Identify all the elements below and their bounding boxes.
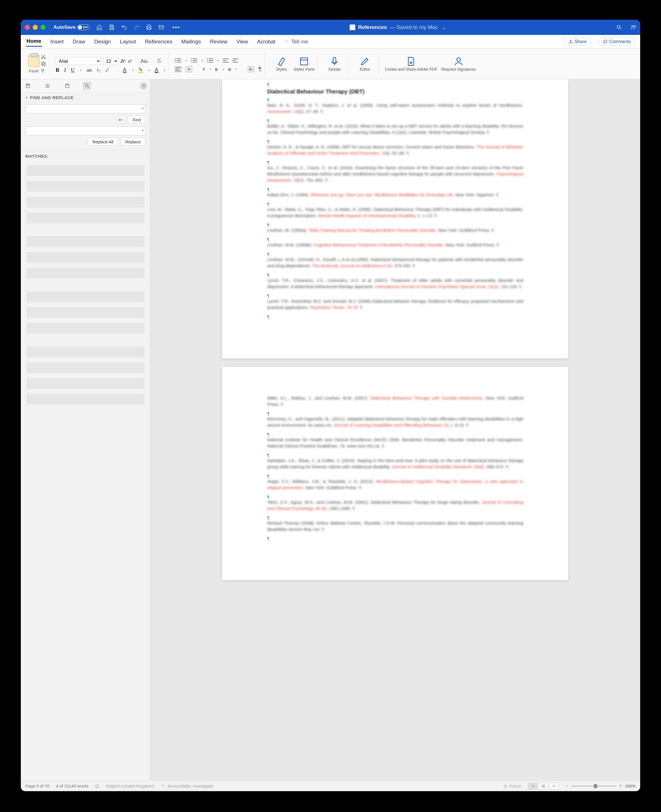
tab-design[interactable]: Design bbox=[94, 37, 112, 46]
find-input[interactable]: ▾ bbox=[26, 104, 145, 113]
find-and-replace-header[interactable]: ▼ FIND AND REPLACE bbox=[21, 92, 150, 103]
close-window-button[interactable] bbox=[25, 25, 30, 30]
styles-pane-button[interactable]: Styles Pane bbox=[294, 56, 315, 72]
find-tab-icon[interactable] bbox=[83, 82, 91, 90]
styles-button[interactable]: Styles bbox=[271, 56, 292, 72]
print-icon[interactable] bbox=[146, 24, 152, 30]
minimize-window-button[interactable] bbox=[33, 25, 38, 30]
replace-input[interactable]: ▾ bbox=[26, 126, 145, 136]
zoom-window-button[interactable] bbox=[40, 25, 46, 30]
tab-mailings[interactable]: Mailings bbox=[181, 37, 201, 46]
reference-entry[interactable]: Linehan, M.M. (1993b). Cognitive-Behavio… bbox=[267, 242, 523, 248]
subscript-button[interactable]: x2 bbox=[97, 67, 101, 73]
word-count[interactable]: 4 of 22149 words bbox=[56, 783, 88, 788]
underline-button[interactable]: U bbox=[71, 67, 75, 73]
superscript-button[interactable]: x2 bbox=[105, 68, 109, 73]
create-share-pdf-button[interactable]: Create and Share Adobe PDF bbox=[385, 56, 437, 72]
autosave-toggle[interactable]: AutoSave OFF bbox=[53, 24, 89, 30]
reference-entry[interactable]: Baillie, A., Slater, S., Millington, R. … bbox=[267, 123, 523, 136]
font-size-select[interactable]: 12 bbox=[103, 57, 118, 65]
reference-entry[interactable]: Baer, R. A., Smith, G. T., Hopkins, J. e… bbox=[267, 102, 523, 115]
document-title[interactable]: References — Saved to my Mac ⌄ bbox=[183, 24, 613, 31]
decrease-indent-icon[interactable] bbox=[223, 58, 228, 63]
tab-layout[interactable]: Layout bbox=[119, 37, 137, 46]
reference-entry[interactable]: Kabat-Zinn, J. (1994). Wherever you go, … bbox=[267, 192, 523, 198]
paste-icon[interactable] bbox=[28, 54, 40, 67]
autosave-switch[interactable]: OFF bbox=[77, 24, 89, 30]
reference-entry[interactable]: Lynch, T.R., Cheavens, J.S., Cukrowicz, … bbox=[267, 277, 523, 290]
tab-acrobat[interactable]: Acrobat bbox=[257, 37, 276, 46]
tell-me-search[interactable]: Tell me bbox=[284, 38, 308, 45]
list-item[interactable] bbox=[26, 252, 144, 263]
clear-formatting-icon[interactable] bbox=[156, 58, 161, 64]
bullets-icon[interactable] bbox=[175, 58, 181, 63]
outline-view-icon[interactable]: ≡ bbox=[549, 783, 559, 790]
borders-icon[interactable]: ▦ bbox=[228, 67, 231, 71]
tab-draw[interactable]: Draw bbox=[72, 37, 86, 46]
text-effects-icon[interactable]: A bbox=[123, 68, 126, 73]
reference-entry[interactable]: Telch, C.F., Agras, W.S., and Linehan, M… bbox=[267, 499, 523, 511]
decrease-font-icon[interactable]: A▾ bbox=[128, 59, 132, 64]
multilevel-list-icon[interactable] bbox=[207, 58, 213, 63]
reference-entry[interactable]: Richard Thomas (2008). Arthur Webster Ce… bbox=[267, 520, 523, 532]
find-button[interactable]: Find bbox=[128, 116, 145, 124]
reviewing-tab-icon[interactable] bbox=[63, 82, 72, 90]
list-item[interactable] bbox=[26, 197, 144, 208]
mail-icon[interactable] bbox=[158, 24, 164, 30]
web-layout-view-icon[interactable]: ▤ bbox=[538, 783, 548, 790]
strikethrough-button[interactable]: ab bbox=[87, 68, 92, 73]
increase-indent-icon[interactable] bbox=[233, 58, 238, 63]
list-item[interactable] bbox=[26, 268, 144, 278]
format-painter-icon[interactable] bbox=[40, 69, 46, 74]
zoom-percentage[interactable]: 100% bbox=[625, 783, 635, 788]
list-item[interactable] bbox=[26, 307, 144, 318]
list-item[interactable] bbox=[26, 181, 144, 192]
increase-font-icon[interactable]: A▴ bbox=[120, 58, 126, 64]
list-item[interactable] bbox=[26, 165, 144, 176]
tab-home[interactable]: Home bbox=[26, 36, 42, 47]
spellcheck-icon[interactable]: 🕮 bbox=[95, 783, 99, 788]
document-viewport[interactable]: ¶ Dialectical Behaviour Therapy (DBT) ¶ … bbox=[150, 79, 640, 780]
line-spacing-icon[interactable]: ⇕ bbox=[203, 67, 205, 71]
page[interactable]: ¶ Dialectical Behaviour Therapy (DBT) ¶ … bbox=[222, 79, 568, 358]
zoom-in-button[interactable]: + bbox=[619, 783, 622, 789]
close-sidebar-button[interactable]: ✕ bbox=[140, 82, 147, 90]
show-paragraph-marks-icon[interactable]: ¶ bbox=[259, 66, 262, 72]
print-layout-view-icon[interactable]: ▭ bbox=[528, 783, 537, 790]
comments-button[interactable]: Comments bbox=[599, 38, 635, 46]
paste-label[interactable]: Paste bbox=[29, 69, 39, 73]
bold-button[interactable]: B bbox=[56, 67, 59, 73]
cut-icon[interactable] bbox=[40, 54, 46, 59]
reference-entry[interactable]: Decker, S. E., & Naugle, A. E. (2008). D… bbox=[267, 144, 523, 156]
accessibility-status[interactable]: Accessibility: Investigate bbox=[161, 783, 213, 788]
reference-entry[interactable]: Morrissey, C., and Ingamells, B., (2011)… bbox=[267, 416, 523, 428]
dictate-button[interactable]: Dictate bbox=[324, 56, 345, 72]
tab-insert[interactable]: Insert bbox=[50, 37, 64, 46]
chevron-down-icon[interactable]: ▾ bbox=[142, 106, 144, 110]
more-commands-icon[interactable]: ••• bbox=[172, 24, 180, 31]
list-item[interactable] bbox=[26, 362, 144, 373]
replace-all-button[interactable]: Replace All bbox=[88, 137, 118, 145]
list-item[interactable] bbox=[26, 291, 144, 302]
sort-icon[interactable]: A↓ bbox=[248, 66, 254, 72]
highlight-color-icon[interactable]: ✎ bbox=[139, 68, 143, 73]
italic-button[interactable]: I bbox=[64, 67, 66, 73]
disclosure-triangle-icon[interactable]: ▼ bbox=[26, 96, 28, 99]
redo-icon[interactable] bbox=[133, 24, 140, 30]
undo-icon[interactable] bbox=[121, 24, 127, 30]
page[interactable]: Miller, A.L., Rathus, J., and Linehan, M… bbox=[222, 367, 568, 580]
numbering-icon[interactable] bbox=[191, 58, 197, 63]
request-signatures-button[interactable]: Request Signatures bbox=[441, 56, 476, 72]
copy-icon[interactable] bbox=[40, 61, 46, 67]
list-item[interactable] bbox=[26, 236, 144, 247]
align-center-icon[interactable]: ≡ bbox=[185, 66, 192, 72]
reference-entry[interactable]: Linehan, M. (1993a). Skills Training Man… bbox=[267, 227, 523, 233]
list-item[interactable] bbox=[26, 347, 144, 357]
tab-view[interactable]: View bbox=[236, 37, 249, 46]
reference-entry[interactable]: Lynch, T.R., Rosenthal, M.Z. and Smoski,… bbox=[267, 298, 523, 310]
headings-tab-icon[interactable] bbox=[43, 82, 52, 90]
find-options-gear-icon[interactable]: ⚙▾ bbox=[117, 116, 126, 123]
search-icon[interactable] bbox=[616, 24, 622, 30]
chevron-down-icon[interactable]: ⌄ bbox=[442, 24, 446, 31]
list-item[interactable] bbox=[26, 323, 144, 334]
